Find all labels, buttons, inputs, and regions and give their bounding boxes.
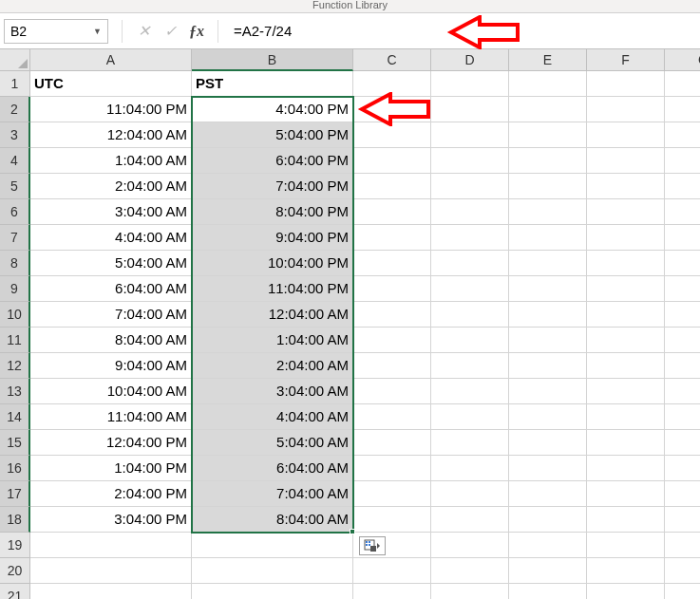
cell[interactable] [353, 122, 431, 148]
cell[interactable] [509, 456, 587, 481]
cell[interactable] [431, 507, 509, 533]
cell[interactable] [431, 558, 509, 584]
cell[interactable] [431, 430, 509, 456]
row-header[interactable]: 20 [0, 558, 30, 584]
row-header[interactable]: 5 [0, 174, 30, 199]
cell[interactable] [665, 122, 700, 148]
cell[interactable] [587, 97, 665, 122]
cell[interactable] [30, 533, 192, 558]
cell[interactable]: 10:04:00 AM [30, 379, 192, 404]
cell[interactable] [587, 251, 665, 276]
cell[interactable]: 3:04:00 PM [30, 507, 192, 533]
cell[interactable] [665, 456, 700, 481]
row-header[interactable]: 8 [0, 251, 30, 276]
row-header[interactable]: 3 [0, 122, 30, 148]
cell[interactable] [353, 481, 431, 507]
cell[interactable] [431, 225, 509, 251]
cell[interactable] [509, 302, 587, 328]
cell[interactable] [353, 507, 431, 533]
cell[interactable]: 11:04:00 AM [30, 404, 192, 430]
cell[interactable] [431, 328, 509, 353]
cell[interactable] [509, 404, 587, 430]
column-header[interactable]: G [665, 49, 700, 71]
cell[interactable] [353, 71, 431, 97]
cell[interactable] [665, 302, 700, 328]
cell[interactable] [431, 199, 509, 225]
name-box[interactable]: B2 ▼ [4, 19, 108, 44]
cell[interactable]: 6:04:00 AM [192, 456, 353, 481]
cell[interactable] [587, 122, 665, 148]
cell[interactable] [431, 379, 509, 404]
cell[interactable] [665, 558, 700, 584]
row-header[interactable]: 1 [0, 71, 30, 97]
cell[interactable] [353, 584, 431, 599]
cell[interactable] [665, 328, 700, 353]
cell[interactable] [353, 97, 431, 122]
cells[interactable]: UTCPST11:04:00 PM4:04:00 PM12:04:00 AM5:… [30, 71, 700, 599]
cell[interactable] [431, 71, 509, 97]
cell[interactable] [353, 276, 431, 302]
cell[interactable] [665, 251, 700, 276]
cell[interactable]: 12:04:00 PM [30, 430, 192, 456]
cell[interactable] [509, 353, 587, 379]
cell[interactable]: 2:04:00 AM [192, 353, 353, 379]
cell[interactable] [665, 225, 700, 251]
cell[interactable] [509, 379, 587, 404]
cell[interactable] [665, 404, 700, 430]
cell[interactable] [509, 328, 587, 353]
row-header[interactable]: 13 [0, 379, 30, 404]
cell[interactable] [192, 584, 353, 599]
row-header[interactable]: 6 [0, 199, 30, 225]
cell[interactable] [665, 584, 700, 599]
cell[interactable]: 5:04:00 AM [192, 430, 353, 456]
cell[interactable]: 4:04:00 AM [30, 225, 192, 251]
column-header[interactable]: A [30, 49, 192, 71]
column-header[interactable]: B [192, 49, 353, 71]
cell[interactable]: 1:04:00 AM [30, 148, 192, 174]
cell[interactable] [431, 251, 509, 276]
cell[interactable] [509, 584, 587, 599]
cell[interactable] [431, 174, 509, 199]
cell[interactable]: 1:04:00 AM [192, 328, 353, 353]
cell[interactable] [509, 533, 587, 558]
cell[interactable] [431, 148, 509, 174]
name-box-dropdown-icon[interactable]: ▼ [93, 27, 102, 36]
spreadsheet-grid[interactable]: ABCDEFG 12345678910111213141516171819202… [0, 49, 700, 599]
row-header[interactable]: 7 [0, 225, 30, 251]
cell[interactable] [665, 174, 700, 199]
cell[interactable] [665, 276, 700, 302]
cell[interactable] [665, 148, 700, 174]
cell[interactable]: 7:04:00 PM [192, 174, 353, 199]
cell[interactable] [665, 430, 700, 456]
cell[interactable] [509, 122, 587, 148]
row-header[interactable]: 14 [0, 404, 30, 430]
cell[interactable]: UTC [30, 71, 192, 97]
row-header[interactable]: 10 [0, 302, 30, 328]
row-header[interactable]: 16 [0, 456, 30, 481]
cell[interactable] [509, 430, 587, 456]
cell[interactable]: 4:04:00 AM [192, 404, 353, 430]
cell[interactable] [665, 199, 700, 225]
cell[interactable] [587, 276, 665, 302]
cell[interactable] [509, 174, 587, 199]
cell[interactable]: 8:04:00 AM [192, 507, 353, 533]
cell[interactable]: 11:04:00 PM [30, 97, 192, 122]
cell[interactable]: 8:04:00 PM [192, 199, 353, 225]
cell[interactable] [665, 97, 700, 122]
cell[interactable] [509, 507, 587, 533]
cell[interactable] [30, 584, 192, 599]
cell[interactable] [509, 558, 587, 584]
row-header[interactable]: 18 [0, 507, 30, 533]
cell[interactable] [587, 71, 665, 97]
cell[interactable] [353, 251, 431, 276]
cell[interactable] [587, 225, 665, 251]
cell[interactable] [431, 353, 509, 379]
cell[interactable]: 7:04:00 AM [30, 302, 192, 328]
cell[interactable] [353, 148, 431, 174]
auto-fill-options-button[interactable] [359, 536, 386, 555]
cell[interactable] [665, 379, 700, 404]
row-header[interactable]: 11 [0, 328, 30, 353]
cell[interactable]: 12:04:00 AM [30, 122, 192, 148]
cell[interactable]: 1:04:00 PM [30, 456, 192, 481]
cell[interactable] [353, 328, 431, 353]
